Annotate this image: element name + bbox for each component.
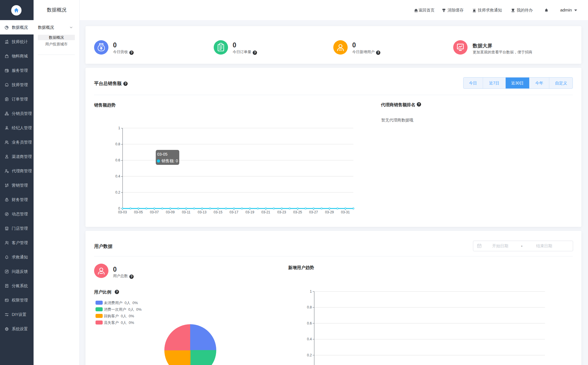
svg-text:0.4: 0.4: [307, 337, 312, 341]
svg-text:0.2: 0.2: [115, 190, 120, 194]
svg-text:03-25: 03-25: [293, 210, 302, 214]
svg-text:0.6: 0.6: [307, 321, 312, 325]
svg-text:0.8: 0.8: [115, 142, 120, 146]
svg-text:03-07: 03-07: [150, 210, 159, 214]
svg-text:0.4: 0.4: [115, 174, 120, 178]
svg-text:03-05: 03-05: [134, 210, 143, 214]
svg-text:03-13: 03-13: [198, 210, 207, 214]
svg-text:03-27: 03-27: [309, 210, 318, 214]
svg-text:03-23: 03-23: [277, 210, 286, 214]
svg-text:0.2: 0.2: [307, 353, 312, 357]
svg-text:03-15: 03-15: [214, 210, 223, 214]
svg-text:03-11: 03-11: [182, 210, 190, 214]
svg-text:03-19: 03-19: [246, 210, 254, 214]
svg-text:0.6: 0.6: [115, 158, 120, 162]
svg-text:0: 0: [118, 206, 120, 210]
svg-text:0.8: 0.8: [307, 305, 312, 309]
svg-text:03-31: 03-31: [341, 210, 350, 214]
svg-text:03-17: 03-17: [229, 210, 238, 214]
svg-text:1: 1: [118, 126, 120, 130]
svg-text:03-21: 03-21: [261, 210, 270, 214]
svg-text:03-03: 03-03: [118, 210, 127, 214]
svg-text:03-09: 03-09: [166, 210, 175, 214]
svg-text:03-29: 03-29: [325, 210, 334, 214]
svg-text:1: 1: [310, 289, 312, 293]
